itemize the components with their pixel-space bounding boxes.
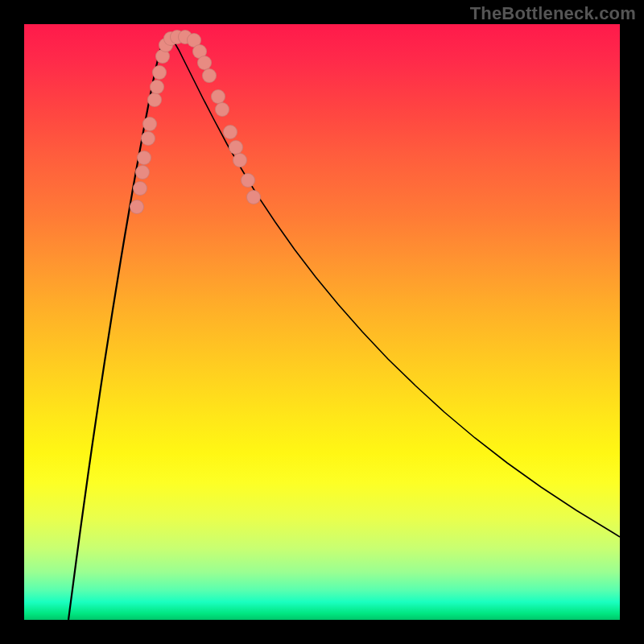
curve-right <box>168 34 620 537</box>
data-point <box>150 80 164 94</box>
data-point <box>130 200 144 214</box>
data-point <box>141 131 155 146</box>
data-point <box>135 165 150 180</box>
data-point <box>246 190 261 204</box>
data-point <box>241 173 255 188</box>
data-point <box>133 181 147 196</box>
data-point <box>233 153 247 167</box>
data-point <box>142 117 157 131</box>
data-point <box>202 68 217 83</box>
plot-area <box>24 24 620 620</box>
data-point <box>215 102 229 117</box>
watermark-text: TheBottleneck.com <box>470 3 636 24</box>
data-point <box>137 151 151 165</box>
data-point <box>223 125 237 139</box>
data-point <box>147 93 162 107</box>
curve-layer <box>24 24 620 620</box>
data-point <box>152 65 167 80</box>
chart-frame: TheBottleneck.com <box>0 0 644 644</box>
